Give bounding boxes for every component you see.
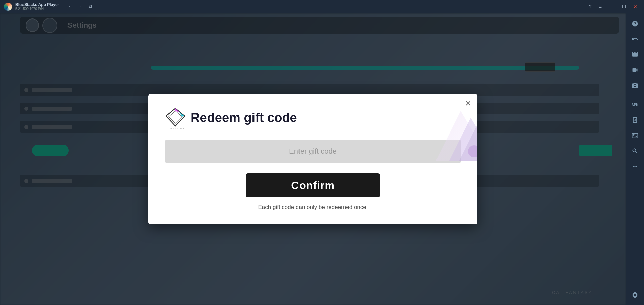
minimize-button[interactable]: — bbox=[606, 3, 616, 11]
right-sidebar: APK bbox=[626, 13, 644, 305]
bluestacks-logo bbox=[4, 3, 12, 11]
app-version: 5.21.500.1070 P64 bbox=[15, 7, 59, 11]
titlebar-controls: ? ≡ — ⧠ ✕ bbox=[586, 3, 640, 11]
media-icon bbox=[632, 51, 638, 58]
sidebar-resize-button[interactable] bbox=[628, 128, 642, 143]
sidebar-media-button[interactable] bbox=[628, 47, 642, 62]
settings-icon bbox=[632, 292, 638, 298]
gift-code-input[interactable] bbox=[165, 140, 461, 163]
screenshot-icon bbox=[632, 117, 638, 123]
sidebar-divider-2 bbox=[630, 176, 640, 176]
home-button[interactable]: ⌂ bbox=[79, 4, 83, 10]
maximize-button[interactable]: ⧠ bbox=[618, 3, 629, 11]
resize-icon bbox=[632, 132, 638, 139]
sidebar-undo-button[interactable] bbox=[628, 32, 642, 46]
play-icon bbox=[632, 67, 638, 73]
titlebar-nav: ← ⌂ ⧉ bbox=[68, 4, 92, 10]
more-icon bbox=[632, 163, 638, 170]
sidebar-settings-button[interactable] bbox=[628, 288, 642, 302]
undo-icon bbox=[632, 36, 638, 42]
sidebar-apk-button[interactable]: APK bbox=[628, 97, 642, 112]
redeem-gift-code-modal: ✕ CAT·FANTASY bbox=[148, 94, 477, 224]
svg-marker-9 bbox=[179, 112, 185, 117]
sidebar-zoom-button[interactable] bbox=[628, 144, 642, 158]
redemption-notice: Each gift code can only be redeemed once… bbox=[165, 204, 461, 211]
question-icon bbox=[632, 20, 638, 27]
help-button[interactable]: ? bbox=[586, 3, 594, 11]
svg-text:CAT·FANTASY: CAT·FANTASY bbox=[168, 128, 185, 130]
title-bar: BlueStacks App Player 5.21.500.1070 P64 … bbox=[0, 0, 644, 13]
sidebar-more-button[interactable] bbox=[628, 159, 642, 174]
modal-title: Redeem gift code bbox=[191, 111, 297, 125]
copy-button[interactable]: ⧉ bbox=[89, 4, 92, 10]
sidebar-camera-button[interactable] bbox=[628, 78, 642, 93]
sidebar-help-button[interactable] bbox=[628, 16, 642, 31]
modal-logo: CAT·FANTASY bbox=[165, 108, 185, 128]
modal-header: CAT·FANTASY Redeem gift code bbox=[165, 108, 461, 128]
svg-point-3 bbox=[468, 145, 477, 157]
menu-button[interactable]: ≡ bbox=[596, 3, 604, 11]
modal-overlay: ✕ CAT·FANTASY bbox=[0, 13, 626, 305]
camera-icon bbox=[632, 82, 638, 89]
app-name: BlueStacks App Player bbox=[15, 2, 59, 7]
game-area: Settings CAT·FANTASY bbox=[0, 13, 626, 305]
sidebar-screenshot-button[interactable] bbox=[628, 113, 642, 127]
main-content: Settings CAT·FANTASY bbox=[0, 13, 644, 305]
back-button[interactable]: ← bbox=[68, 4, 73, 10]
apk-label: APK bbox=[631, 103, 638, 107]
gift-code-input-wrapper bbox=[165, 140, 461, 163]
sidebar-record-button[interactable] bbox=[628, 63, 642, 77]
modal-close-button[interactable]: ✕ bbox=[462, 98, 474, 110]
sidebar-divider-1 bbox=[630, 95, 640, 95]
close-button[interactable]: ✕ bbox=[631, 3, 640, 11]
zoom-icon bbox=[632, 148, 638, 154]
confirm-button[interactable]: Confirm bbox=[246, 173, 380, 197]
